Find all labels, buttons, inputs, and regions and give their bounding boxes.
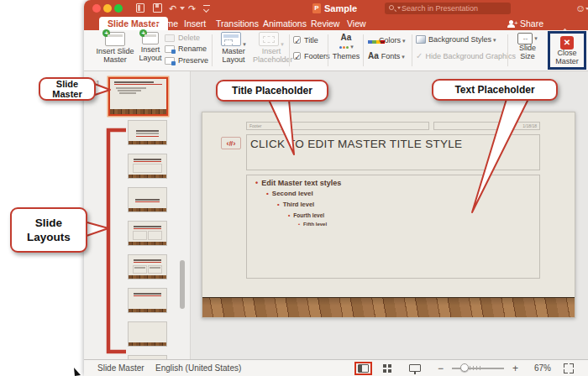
slide-size-button[interactable]: ↔ Slide Size: [511, 33, 544, 60]
tab-transitions[interactable]: Transitions: [216, 17, 259, 30]
colors-button[interactable]: Colors: [368, 35, 406, 45]
title-bar: P Sample ☺: [84, 0, 588, 17]
tab-animations[interactable]: Animations: [263, 17, 307, 30]
master-title-text[interactable]: CLICK TO EDIT MASTER TITLE STYLE: [250, 138, 462, 150]
tab-home[interactable]: Home: [155, 17, 178, 30]
slide-master-canvas[interactable]: Footer 1/18/18 ‹#› CLICK TO EDIT MASTER …: [202, 112, 575, 318]
wood-floor-graphic: [202, 297, 575, 317]
insert-placeholder-button[interactable]: Insert Placeholder: [253, 32, 290, 64]
panel-scrollbar[interactable]: [180, 260, 185, 309]
slide-size-icon: ↔: [517, 33, 533, 44]
layout-thumbnail-blank[interactable]: [128, 321, 167, 347]
ribbon-separator: [412, 34, 412, 66]
layout-thumbnail-two-content[interactable]: [128, 221, 167, 246]
tab-review[interactable]: Review: [311, 17, 339, 30]
callout-title-placeholder: Title Placeholder: [216, 80, 328, 102]
zoom-slider-ticks: [466, 366, 483, 370]
search-input[interactable]: [385, 3, 511, 14]
background-styles-button[interactable]: Background Styles: [416, 34, 496, 44]
insert-layout-button[interactable]: + Insert Layout: [136, 32, 165, 62]
footer-placeholder[interactable]: Footer: [246, 122, 429, 130]
thumbnail-panel: 1: [84, 71, 191, 359]
colors-palette-icon: [368, 40, 376, 47]
mouse-cursor: [74, 368, 81, 376]
fit-slide-to-window-icon[interactable]: [564, 363, 574, 373]
date-placeholder[interactable]: 1/18/18: [433, 122, 540, 130]
rename-button[interactable]: Rename: [165, 44, 207, 54]
presentation-file-icon: P: [312, 3, 321, 13]
callout-slide-master: Slide Master: [39, 77, 96, 101]
redo-icon[interactable]: [188, 3, 196, 14]
zoom-in-icon[interactable]: +: [512, 363, 518, 374]
screenshot-root: P Sample ☺ Slide Master Home Insert Tran…: [0, 0, 588, 376]
save-icon[interactable]: [153, 3, 162, 13]
status-view-label: Slide Master: [97, 363, 144, 373]
layout-thumbnail-comparison[interactable]: [128, 254, 167, 279]
search-icon: [389, 5, 394, 10]
ribbon-separator: [328, 34, 328, 66]
insert-slide-master-icon: +: [105, 32, 125, 46]
layout-thumbnail-title-only[interactable]: [128, 288, 167, 313]
workspace: 1: [84, 71, 588, 359]
themes-palette-dots-icon: [331, 42, 361, 50]
preserve-button[interactable]: Preserve: [165, 55, 208, 65]
layout-thumbnail-section-header[interactable]: [128, 187, 167, 212]
search-scope-dropdown-icon[interactable]: [397, 7, 401, 9]
zoom-percentage[interactable]: 67%: [534, 363, 551, 373]
delete-button[interactable]: Delete: [165, 33, 200, 43]
rename-icon: [165, 45, 175, 53]
slide-sorter-view-icon[interactable]: [383, 364, 391, 373]
master-layout-button[interactable]: Master Layout: [216, 32, 251, 64]
powerpoint-window: P Sample ☺ Slide Master Home Insert Tran…: [84, 0, 588, 376]
undo-dropdown-icon[interactable]: [180, 7, 185, 10]
insert-slide-master-button[interactable]: + Insert Slide Master: [94, 32, 136, 64]
preserve-icon: [165, 57, 175, 65]
feedback-smiley-icon[interactable]: ☺: [575, 3, 585, 14]
fonts-button[interactable]: AaFonts: [368, 51, 405, 61]
ribbon-separator: [507, 34, 508, 66]
share-button[interactable]: Share: [520, 17, 543, 30]
insert-placeholder-icon: [259, 32, 279, 46]
ribbon-separator: [289, 34, 290, 66]
status-bar: Slide Master English (United States) − +…: [84, 359, 588, 376]
close-master-x-icon: [560, 36, 574, 50]
undo-icon[interactable]: [169, 3, 176, 14]
themes-button[interactable]: Aa Themes: [331, 34, 361, 61]
zoom-window-button[interactable]: [114, 4, 123, 13]
title-checkbox[interactable]: Title: [293, 35, 318, 45]
annotation-highlight-box: [354, 362, 372, 375]
zoom-slider-handle[interactable]: [460, 363, 469, 372]
text-placeholder-box[interactable]: •Edit Master text styles •Second level •…: [246, 175, 540, 279]
checkbox-checked-icon: [293, 52, 301, 60]
minimize-window-button[interactable]: [103, 4, 112, 13]
new-presentation-icon[interactable]: [136, 3, 144, 13]
bullet-level-2[interactable]: •Second level: [266, 190, 313, 197]
document-title: Sample: [324, 3, 357, 13]
ribbon-separator: [363, 34, 364, 66]
layout-thumbnail-title-content[interactable]: [128, 154, 167, 179]
slide-number-placeholder[interactable]: ‹#›: [221, 137, 241, 149]
master-layout-icon: [221, 32, 241, 46]
bullet-level-1[interactable]: •Edit Master text styles: [255, 179, 341, 187]
close-window-button[interactable]: [92, 4, 101, 13]
bullet-level-3[interactable]: •Third level: [277, 201, 314, 208]
person-plus-icon: [509, 20, 513, 24]
slide-show-view-icon[interactable]: [409, 364, 421, 372]
checkbox-checked-gray-icon: [416, 52, 425, 60]
bullet-level-4[interactable]: •Fourth level: [288, 212, 324, 218]
slide-master-thumbnail[interactable]: [108, 77, 168, 116]
layout-thumbnail-title-slide[interactable]: [128, 120, 167, 145]
master-slide-number: 1: [96, 79, 100, 87]
tab-view[interactable]: View: [347, 17, 366, 30]
toolbar-options-icon[interactable]: [203, 5, 210, 17]
checkbox-checked-icon: [293, 36, 301, 44]
tab-insert[interactable]: Insert: [184, 17, 206, 30]
zoom-out-icon[interactable]: −: [438, 363, 444, 374]
bullet-level-5[interactable]: •Fifth level: [298, 222, 327, 227]
footers-checkbox[interactable]: Footers: [293, 51, 330, 61]
ribbon: + Insert Slide Master + Insert Layout De…: [84, 30, 588, 71]
close-master-button[interactable]: Close Master: [548, 31, 586, 70]
status-language[interactable]: English (United States): [155, 363, 241, 373]
hide-background-graphics-checkbox[interactable]: Hide Background Graphics: [416, 51, 516, 61]
delete-icon: [165, 34, 175, 42]
